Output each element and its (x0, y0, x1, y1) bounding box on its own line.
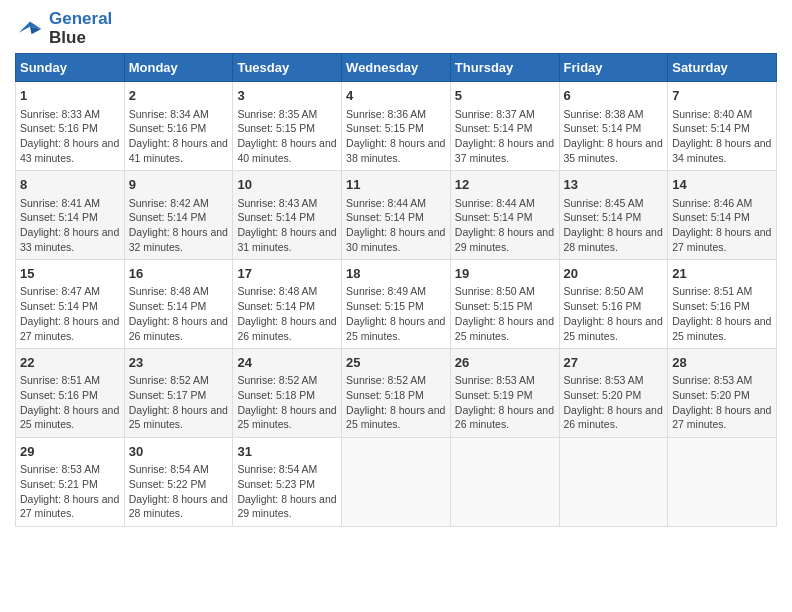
sunrise: Sunrise: 8:40 AM (672, 108, 752, 120)
sunrise: Sunrise: 8:53 AM (455, 374, 535, 386)
calendar-cell: 3Sunrise: 8:35 AMSunset: 5:15 PMDaylight… (233, 82, 342, 171)
sunrise: Sunrise: 8:51 AM (20, 374, 100, 386)
daylight: Daylight: 8 hours and 25 minutes. (346, 404, 445, 431)
sunrise: Sunrise: 8:44 AM (346, 197, 426, 209)
sunrise: Sunrise: 8:34 AM (129, 108, 209, 120)
daylight: Daylight: 8 hours and 28 minutes. (564, 226, 663, 253)
sunrise: Sunrise: 8:50 AM (455, 285, 535, 297)
logo: General Blue (15, 10, 112, 47)
calendar-cell: 24Sunrise: 8:52 AMSunset: 5:18 PMDayligh… (233, 349, 342, 438)
calendar-cell: 14Sunrise: 8:46 AMSunset: 5:14 PMDayligh… (668, 171, 777, 260)
sunset: Sunset: 5:14 PM (346, 211, 424, 223)
day-number: 8 (20, 176, 120, 194)
page-container: General Blue SundayMondayTuesdayWednesda… (0, 0, 792, 537)
daylight: Daylight: 8 hours and 25 minutes. (346, 315, 445, 342)
sunset: Sunset: 5:15 PM (346, 300, 424, 312)
sunset: Sunset: 5:18 PM (237, 389, 315, 401)
day-number: 19 (455, 265, 555, 283)
sunrise: Sunrise: 8:41 AM (20, 197, 100, 209)
sunrise: Sunrise: 8:52 AM (237, 374, 317, 386)
calendar-cell: 26Sunrise: 8:53 AMSunset: 5:19 PMDayligh… (450, 349, 559, 438)
sunset: Sunset: 5:16 PM (564, 300, 642, 312)
sunrise: Sunrise: 8:53 AM (20, 463, 100, 475)
day-number: 9 (129, 176, 229, 194)
week-row-4: 22Sunrise: 8:51 AMSunset: 5:16 PMDayligh… (16, 349, 777, 438)
sunset: Sunset: 5:14 PM (129, 211, 207, 223)
calendar-cell (668, 438, 777, 527)
header-friday: Friday (559, 54, 668, 82)
day-number: 23 (129, 354, 229, 372)
day-number: 28 (672, 354, 772, 372)
calendar-cell (450, 438, 559, 527)
daylight: Daylight: 8 hours and 29 minutes. (455, 226, 554, 253)
sunset: Sunset: 5:14 PM (672, 122, 750, 134)
calendar-cell: 7Sunrise: 8:40 AMSunset: 5:14 PMDaylight… (668, 82, 777, 171)
day-number: 16 (129, 265, 229, 283)
calendar-cell: 17Sunrise: 8:48 AMSunset: 5:14 PMDayligh… (233, 260, 342, 349)
daylight: Daylight: 8 hours and 25 minutes. (672, 315, 771, 342)
day-number: 10 (237, 176, 337, 194)
sunset: Sunset: 5:14 PM (672, 211, 750, 223)
daylight: Daylight: 8 hours and 27 minutes. (20, 493, 119, 520)
day-number: 12 (455, 176, 555, 194)
header: General Blue (15, 10, 777, 47)
daylight: Daylight: 8 hours and 27 minutes. (20, 315, 119, 342)
sunset: Sunset: 5:16 PM (129, 122, 207, 134)
daylight: Daylight: 8 hours and 25 minutes. (129, 404, 228, 431)
sunset: Sunset: 5:23 PM (237, 478, 315, 490)
calendar-cell: 18Sunrise: 8:49 AMSunset: 5:15 PMDayligh… (342, 260, 451, 349)
day-number: 7 (672, 87, 772, 105)
day-number: 17 (237, 265, 337, 283)
calendar-cell: 11Sunrise: 8:44 AMSunset: 5:14 PMDayligh… (342, 171, 451, 260)
daylight: Daylight: 8 hours and 33 minutes. (20, 226, 119, 253)
daylight: Daylight: 8 hours and 26 minutes. (129, 315, 228, 342)
daylight: Daylight: 8 hours and 29 minutes. (237, 493, 336, 520)
calendar-cell: 16Sunrise: 8:48 AMSunset: 5:14 PMDayligh… (124, 260, 233, 349)
calendar-cell: 5Sunrise: 8:37 AMSunset: 5:14 PMDaylight… (450, 82, 559, 171)
day-number: 5 (455, 87, 555, 105)
sunset: Sunset: 5:20 PM (672, 389, 750, 401)
header-sunday: Sunday (16, 54, 125, 82)
sunset: Sunset: 5:14 PM (20, 300, 98, 312)
header-monday: Monday (124, 54, 233, 82)
sunset: Sunset: 5:15 PM (346, 122, 424, 134)
daylight: Daylight: 8 hours and 32 minutes. (129, 226, 228, 253)
sunset: Sunset: 5:14 PM (20, 211, 98, 223)
sunset: Sunset: 5:14 PM (237, 300, 315, 312)
calendar-cell: 13Sunrise: 8:45 AMSunset: 5:14 PMDayligh… (559, 171, 668, 260)
sunrise: Sunrise: 8:53 AM (672, 374, 752, 386)
sunset: Sunset: 5:15 PM (237, 122, 315, 134)
day-number: 30 (129, 443, 229, 461)
logo-icon (15, 17, 45, 41)
sunset: Sunset: 5:20 PM (564, 389, 642, 401)
calendar-cell: 19Sunrise: 8:50 AMSunset: 5:15 PMDayligh… (450, 260, 559, 349)
daylight: Daylight: 8 hours and 31 minutes. (237, 226, 336, 253)
sunrise: Sunrise: 8:36 AM (346, 108, 426, 120)
day-number: 2 (129, 87, 229, 105)
daylight: Daylight: 8 hours and 25 minutes. (564, 315, 663, 342)
daylight: Daylight: 8 hours and 26 minutes. (564, 404, 663, 431)
calendar-cell: 20Sunrise: 8:50 AMSunset: 5:16 PMDayligh… (559, 260, 668, 349)
sunrise: Sunrise: 8:33 AM (20, 108, 100, 120)
day-number: 29 (20, 443, 120, 461)
daylight: Daylight: 8 hours and 26 minutes. (237, 315, 336, 342)
sunset: Sunset: 5:19 PM (455, 389, 533, 401)
daylight: Daylight: 8 hours and 27 minutes. (672, 404, 771, 431)
daylight: Daylight: 8 hours and 35 minutes. (564, 137, 663, 164)
day-number: 14 (672, 176, 772, 194)
daylight: Daylight: 8 hours and 25 minutes. (455, 315, 554, 342)
day-number: 11 (346, 176, 446, 194)
day-number: 13 (564, 176, 664, 194)
calendar-cell: 30Sunrise: 8:54 AMSunset: 5:22 PMDayligh… (124, 438, 233, 527)
calendar-cell (559, 438, 668, 527)
daylight: Daylight: 8 hours and 38 minutes. (346, 137, 445, 164)
header-wednesday: Wednesday (342, 54, 451, 82)
sunset: Sunset: 5:14 PM (237, 211, 315, 223)
sunset: Sunset: 5:14 PM (455, 211, 533, 223)
calendar-cell: 1Sunrise: 8:33 AMSunset: 5:16 PMDaylight… (16, 82, 125, 171)
daylight: Daylight: 8 hours and 26 minutes. (455, 404, 554, 431)
day-number: 6 (564, 87, 664, 105)
calendar-cell: 4Sunrise: 8:36 AMSunset: 5:15 PMDaylight… (342, 82, 451, 171)
day-number: 26 (455, 354, 555, 372)
sunset: Sunset: 5:18 PM (346, 389, 424, 401)
